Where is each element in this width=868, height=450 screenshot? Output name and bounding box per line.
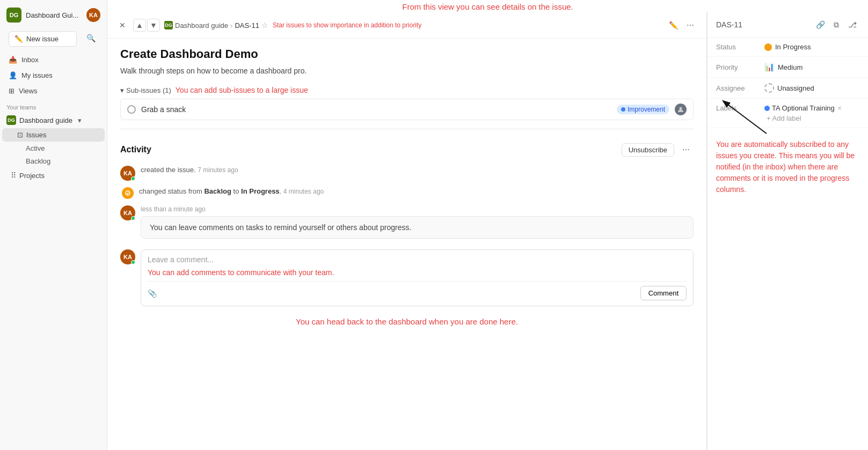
star-annotation: Star issues to show importance in additi… <box>273 21 421 29</box>
branch-button[interactable]: ⎇ <box>845 18 859 32</box>
priority-value[interactable]: 📊 Medium <box>764 62 803 72</box>
team-item-dashboard-guide[interactable]: DG Dashboard guide ▾ <box>0 113 107 128</box>
issue-body: Create Dashboard Demo Walk through steps… <box>107 39 706 345</box>
right-sidebar: DAS-11 🔗 ⧉ ⎇ Status In Progress Priority <box>707 12 868 450</box>
right-header-actions: 🔗 ⧉ ⎇ <box>813 18 859 32</box>
team-expand-icon: ▾ <box>78 116 82 124</box>
plus-icon: ✏️ <box>14 35 23 43</box>
link-button[interactable]: 🔗 <box>813 18 827 32</box>
team-logo: DG <box>6 115 16 125</box>
priority-text: Medium <box>778 63 803 71</box>
sub-issues-toggle[interactable]: ▾ Sub-issues (1) <box>120 86 171 94</box>
comment-bubble-container: less than a minute ago You can leave com… <box>141 205 694 239</box>
inbox-icon: 📥 <box>9 56 17 64</box>
activity-status-to-text: to <box>234 187 241 195</box>
sidebar-item-inbox[interactable]: 📥 Inbox <box>2 53 105 67</box>
comment-annotation: You can add comments to communicate with… <box>148 268 687 277</box>
comment-submit-button[interactable]: Comment <box>640 286 687 300</box>
comment-user-avatar-wrap: KA <box>120 205 135 220</box>
close-button[interactable]: ✕ <box>116 19 129 32</box>
new-issue-button[interactable]: ✏️ New issue <box>9 31 77 47</box>
team-name: Dashboard guide <box>19 116 72 124</box>
priority-row: Priority 📊 Medium <box>707 57 868 78</box>
right-issue-id: DAS-11 <box>716 20 742 29</box>
right-panel-header: DAS-11 🔗 ⧉ ⎇ <box>707 12 868 38</box>
sub-issue-status-circle[interactable] <box>127 105 136 114</box>
sidebar-nav: 📥 Inbox 👤 My issues ⊞ Views <box>0 52 107 99</box>
activity-more-button[interactable]: ⋯ <box>679 142 694 157</box>
breadcrumb-team-link[interactable]: Dashboard guide <box>175 21 228 29</box>
activity-entry-status: changed status from Backlog to In Progre… <box>120 187 694 199</box>
top-annotation: From this view you can see details on th… <box>107 0 868 12</box>
label-remove-button[interactable]: × <box>838 105 842 112</box>
copy-button[interactable]: ⧉ <box>829 18 843 32</box>
edit-button[interactable]: ✏️ <box>666 18 681 33</box>
issue-header: ✕ ▲ ▼ DG Dashboard guide › DAS-11 ☆ Star… <box>107 12 706 39</box>
activity-section: Activity Unsubscribe ⋯ KA crea <box>120 142 694 306</box>
assignee-text: Unassigned <box>777 84 814 92</box>
issue-description: Walk through steps on how to become a da… <box>120 67 694 75</box>
new-issue-label: New issue <box>26 35 59 43</box>
sidebar-team-title: Dashboard Gui... <box>26 11 86 19</box>
nav-up-button[interactable]: ▲ <box>133 19 146 32</box>
status-value[interactable]: In Progress <box>764 43 811 51</box>
nav-arrows: ▲ ▼ <box>133 19 160 32</box>
sidebar-item-backlog[interactable]: Backlog <box>2 155 105 167</box>
status-text: In Progress <box>775 43 811 51</box>
issues-label: Issues <box>26 131 47 139</box>
grid-icon: ⠿ <box>11 171 16 180</box>
header-actions: ✏️ ⋯ <box>666 18 698 33</box>
sub-issue-title[interactable]: Grab a snack <box>141 105 611 114</box>
activity-created-detail: created the issue. <box>141 166 196 174</box>
activity-status-time: 4 minutes ago <box>283 188 324 195</box>
issues-icon: ⊡ <box>17 131 23 139</box>
sub-issue-item: Grab a snack Improvement <box>120 99 694 120</box>
assignee-value[interactable]: Unassigned <box>764 83 814 93</box>
user-avatar[interactable]: KA <box>86 8 100 22</box>
activity-status-to: In Progress <box>241 187 280 195</box>
more-options-button[interactable]: ⋯ <box>683 18 698 33</box>
svg-point-0 <box>680 107 682 110</box>
unsubscribe-button[interactable]: Unsubscribe <box>622 143 674 157</box>
layers-icon: ⊞ <box>9 87 14 95</box>
nav-down-button[interactable]: ▼ <box>147 19 160 32</box>
comment-text: You can leave comments on tasks to remin… <box>150 223 684 232</box>
breadcrumb-issue-id: DAS-11 <box>235 21 259 29</box>
issue-panel: ✕ ▲ ▼ DG Dashboard guide › DAS-11 ☆ Star… <box>107 12 868 450</box>
sidebar-item-issues[interactable]: ⊡ Issues <box>2 128 105 142</box>
priority-label: Priority <box>716 63 764 71</box>
activity-status-from: Backlog <box>204 187 231 195</box>
activity-status-detail: changed status from <box>139 187 204 195</box>
active-label: Active <box>26 144 45 152</box>
status-label: Status <box>716 43 764 51</box>
sidebar-header: DG Dashboard Gui... KA <box>0 4 107 26</box>
inbox-label: Inbox <box>21 56 39 64</box>
star-button[interactable]: ☆ <box>261 21 268 29</box>
comment-bubble: You can leave comments on tasks to remin… <box>141 216 694 239</box>
breadcrumb-team-icon: DG <box>164 21 173 29</box>
attach-icon[interactable]: 📎 <box>148 289 157 298</box>
breadcrumb-separator: › <box>230 21 232 29</box>
triangle-icon: ▾ <box>120 86 124 94</box>
comment-user-online-icon <box>131 216 135 220</box>
person-icon: 👤 <box>9 71 17 79</box>
comment-input-online-icon <box>131 260 135 264</box>
comment-input-box[interactable]: Leave a comment... You can add comments … <box>141 249 694 306</box>
main-panel: From this view you can see details on th… <box>107 0 868 450</box>
status-row: Status In Progress <box>707 38 868 57</box>
sidebar-item-active[interactable]: Active <box>2 142 105 154</box>
breadcrumb: DG Dashboard guide › DAS-11 ☆ Star issue… <box>164 21 661 29</box>
issue-title: Create Dashboard Demo <box>120 47 694 61</box>
your-teams-label: Your teams <box>0 99 107 113</box>
sidebar-item-projects[interactable]: ⠿ Projects <box>2 168 105 182</box>
sub-issues-label: Sub-issues (1) <box>126 86 171 94</box>
bottom-annotation: You can head back to the dashboard when … <box>120 306 694 337</box>
sidebar-item-views[interactable]: ⊞ Views <box>2 84 105 98</box>
status-dot-icon <box>764 43 772 51</box>
activity-entry-created: KA created the issue. 7 minutes ago <box>120 166 694 181</box>
sidebar-item-my-issues[interactable]: 👤 My issues <box>2 68 105 83</box>
comment-input-footer: 📎 Comment <box>148 281 687 300</box>
online-dot-icon <box>131 176 135 181</box>
sub-issue-label-text: Improvement <box>628 106 665 113</box>
search-button[interactable]: 🔍 <box>83 31 98 46</box>
